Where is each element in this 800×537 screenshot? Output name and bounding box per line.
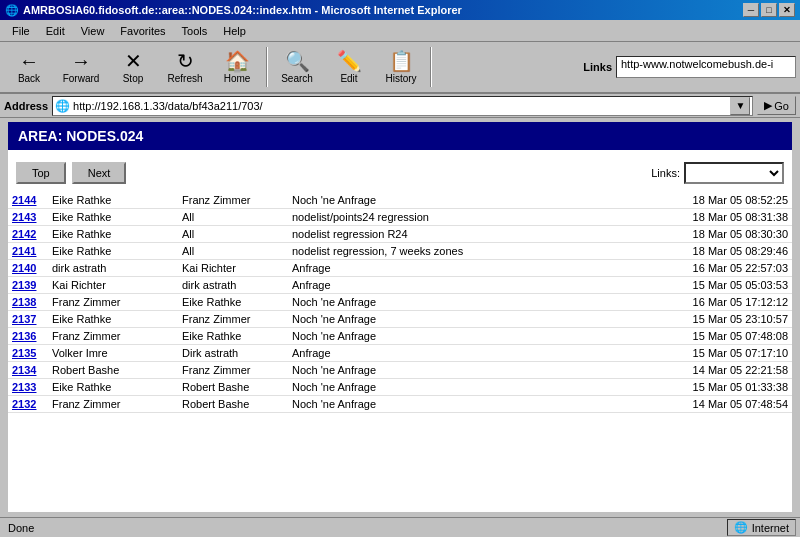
title-bar: 🌐 AMRBOSIA60.fidosoft.de::area::NODES.02… <box>0 0 800 20</box>
table-row: 2142 Eike Rathke All nodelist regression… <box>8 226 792 243</box>
message-id[interactable]: 2134 <box>8 362 48 379</box>
menu-help[interactable]: Help <box>215 23 254 39</box>
search-button[interactable]: 🔍 Search <box>272 44 322 90</box>
message-from: Eike Rathke <box>48 209 178 226</box>
forward-button[interactable]: → Forward <box>56 44 106 90</box>
refresh-button[interactable]: ↻ Refresh <box>160 44 210 90</box>
address-input[interactable] <box>73 100 730 112</box>
message-id[interactable]: 2140 <box>8 260 48 277</box>
message-from: Franz Zimmer <box>48 396 178 413</box>
message-subject: Noch 'ne Anfrage <box>288 192 608 209</box>
message-date: 18 Mar 05 08:31:38 <box>608 209 792 226</box>
minimize-button[interactable]: ─ <box>743 3 759 17</box>
title-bar-title: AMRBOSIA60.fidosoft.de::area::NODES.024:… <box>23 4 462 16</box>
message-subject: Noch 'ne Anfrage <box>288 379 608 396</box>
message-id[interactable]: 2138 <box>8 294 48 311</box>
message-from: Kai Richter <box>48 277 178 294</box>
links-label: Links <box>583 61 612 73</box>
go-arrow-icon: ▶ <box>764 99 772 112</box>
links-url: http-www.notwelcomebush.de-i <box>616 56 796 78</box>
next-button[interactable]: Next <box>72 162 127 184</box>
message-from: Eike Rathke <box>48 192 178 209</box>
message-date: 15 Mar 05 01:33:38 <box>608 379 792 396</box>
history-label: History <box>385 73 416 84</box>
menu-tools[interactable]: Tools <box>174 23 216 39</box>
links-dropdown[interactable] <box>684 162 784 184</box>
maximize-button[interactable]: □ <box>761 3 777 17</box>
message-subject: Anfrage <box>288 260 608 277</box>
message-id[interactable]: 2136 <box>8 328 48 345</box>
zone-label: Internet <box>752 522 789 534</box>
message-date: 18 Mar 05 08:30:30 <box>608 226 792 243</box>
menu-favorites[interactable]: Favorites <box>112 23 173 39</box>
message-from: Eike Rathke <box>48 243 178 260</box>
message-to: All <box>178 243 288 260</box>
message-id[interactable]: 2135 <box>8 345 48 362</box>
message-id[interactable]: 2144 <box>8 192 48 209</box>
links-select-label: Links: <box>651 167 680 179</box>
message-subject: Noch 'ne Anfrage <box>288 396 608 413</box>
toolbar-sep-1 <box>266 47 268 87</box>
message-to: Eike Rathke <box>178 294 288 311</box>
menu-view[interactable]: View <box>73 23 113 39</box>
go-button[interactable]: ▶ Go <box>757 96 796 115</box>
history-button[interactable]: 📋 History <box>376 44 426 90</box>
top-button[interactable]: Top <box>16 162 66 184</box>
back-label: Back <box>18 73 40 84</box>
back-button[interactable]: ← Back <box>4 44 54 90</box>
message-to: Dirk astrath <box>178 345 288 362</box>
message-id[interactable]: 2139 <box>8 277 48 294</box>
home-icon: 🏠 <box>225 51 250 71</box>
table-row: 2138 Franz Zimmer Eike Rathke Noch 'ne A… <box>8 294 792 311</box>
message-to: Franz Zimmer <box>178 311 288 328</box>
edit-label: Edit <box>340 73 357 84</box>
home-button[interactable]: 🏠 Home <box>212 44 262 90</box>
message-date: 14 Mar 05 07:48:54 <box>608 396 792 413</box>
toolbar-sep-2 <box>430 47 432 87</box>
refresh-label: Refresh <box>167 73 202 84</box>
message-from: Eike Rathke <box>48 379 178 396</box>
history-icon: 📋 <box>389 51 414 71</box>
message-id[interactable]: 2143 <box>8 209 48 226</box>
message-subject: nodelist/points24 regression <box>288 209 608 226</box>
refresh-icon: ↻ <box>177 51 194 71</box>
stop-button[interactable]: ✕ Stop <box>108 44 158 90</box>
close-button[interactable]: ✕ <box>779 3 795 17</box>
forward-icon: → <box>71 51 91 71</box>
message-from: Volker Imre <box>48 345 178 362</box>
address-dropdown-button[interactable]: ▼ <box>730 97 750 115</box>
table-row: 2137 Eike Rathke Franz Zimmer Noch 'ne A… <box>8 311 792 328</box>
message-id[interactable]: 2133 <box>8 379 48 396</box>
message-id[interactable]: 2141 <box>8 243 48 260</box>
message-id[interactable]: 2132 <box>8 396 48 413</box>
search-icon: 🔍 <box>285 51 310 71</box>
message-subject: Noch 'ne Anfrage <box>288 311 608 328</box>
edit-button[interactable]: ✏️ Edit <box>324 44 374 90</box>
message-subject: Anfrage <box>288 277 608 294</box>
status-right: 🌐 Internet <box>727 519 796 536</box>
menu-file[interactable]: File <box>4 23 38 39</box>
message-date: 15 Mar 05 23:10:57 <box>608 311 792 328</box>
status-zone: 🌐 Internet <box>727 519 796 536</box>
message-to: Robert Bashe <box>178 379 288 396</box>
message-from: Robert Bashe <box>48 362 178 379</box>
message-to: Franz Zimmer <box>178 362 288 379</box>
table-row: 2135 Volker Imre Dirk astrath Anfrage 15… <box>8 345 792 362</box>
menu-edit[interactable]: Edit <box>38 23 73 39</box>
zone-icon: 🌐 <box>734 521 748 534</box>
message-to: All <box>178 226 288 243</box>
message-id[interactable]: 2137 <box>8 311 48 328</box>
message-id[interactable]: 2142 <box>8 226 48 243</box>
message-subject: Noch 'ne Anfrage <box>288 362 608 379</box>
message-subject: Noch 'ne Anfrage <box>288 328 608 345</box>
edit-icon: ✏️ <box>337 51 362 71</box>
message-subject: Anfrage <box>288 345 608 362</box>
nav-left: Top Next <box>16 162 126 184</box>
table-row: 2133 Eike Rathke Robert Bashe Noch 'ne A… <box>8 379 792 396</box>
message-from: Franz Zimmer <box>48 294 178 311</box>
area-header: AREA: NODES.024 <box>8 122 792 150</box>
message-date: 15 Mar 05 05:03:53 <box>608 277 792 294</box>
search-label: Search <box>281 73 313 84</box>
toolbar: ← Back → Forward ✕ Stop ↻ Refresh 🏠 Home… <box>0 42 800 94</box>
message-list: 2144 Eike Rathke Franz Zimmer Noch 'ne A… <box>8 192 792 413</box>
